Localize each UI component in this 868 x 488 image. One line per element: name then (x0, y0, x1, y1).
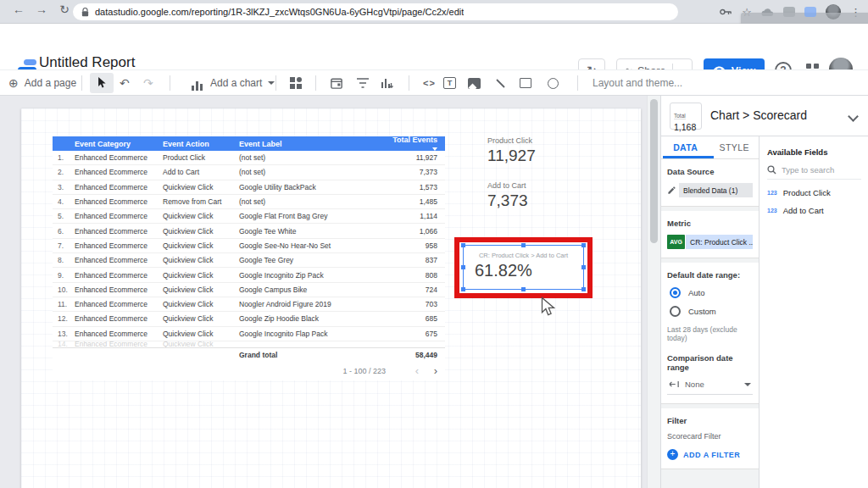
scrollbar-thumb[interactable] (650, 99, 658, 243)
table-body: 1. Enhanced Ecommerce Product Click (not… (53, 151, 445, 341)
back-icon[interactable]: ← (10, 3, 27, 16)
table-row-clipped: 14. Enhanced Ecommerce Quickview Click (53, 341, 445, 347)
table-header-row[interactable]: Event Category Event Action Event Label … (53, 136, 445, 151)
table-row[interactable]: 12. Enhanced Ecommerce Quickview Click G… (53, 312, 445, 326)
community-widgets-button[interactable] (290, 70, 302, 96)
embed-button[interactable]: <> (423, 70, 436, 96)
reload-icon[interactable]: ↻ (56, 3, 73, 16)
metric-chip[interactable]: CR: Product Click ... (686, 235, 753, 249)
extension-icon[interactable] (804, 7, 816, 17)
table-row[interactable]: 4. Enhanced Ecommerce Remove from Cart (… (53, 195, 445, 209)
column-header[interactable]: Event Action (163, 140, 239, 148)
divider (577, 75, 578, 91)
add-chart-button[interactable]: Add a chart (192, 70, 275, 96)
tab-style[interactable]: STYLE (710, 136, 760, 158)
comparison-caret-icon[interactable] (744, 383, 751, 386)
redo-icon: ↷ (143, 76, 153, 90)
forward-icon[interactable]: → (33, 3, 50, 16)
filter-label: Filter (667, 416, 753, 425)
table-row[interactable]: 9. Enhanced Ecommerce Quickview Click Go… (53, 268, 445, 282)
text-box-button[interactable]: T (443, 70, 456, 96)
page-next-icon[interactable]: › (426, 364, 445, 377)
properties-panel: Total 1,168 Chart > Scorecard DATA STYLE… (660, 96, 868, 488)
column-header[interactable]: Event Label (239, 140, 386, 148)
chart-type-breadcrumb[interactable]: Chart > Scorecard (710, 108, 807, 122)
table-row[interactable]: 8. Enhanced Ecommerce Quickview Click Go… (53, 253, 445, 268)
report-page[interactable]: Event Category Event Action Event Label … (21, 108, 641, 488)
resize-handle[interactable] (461, 265, 465, 269)
date-range-section: Default date range: Auto Custom Last 28 … (661, 263, 759, 404)
table-row[interactable]: 6. Enhanced Ecommerce Quickview Click Go… (53, 224, 445, 238)
radio-auto[interactable]: Auto (670, 287, 753, 298)
resize-handle[interactable] (581, 265, 586, 269)
cursor-icon (97, 77, 106, 89)
canvas-scrollbar[interactable] (647, 96, 660, 488)
fields-list: 123 Product Click 123 Add to Cart (760, 188, 868, 215)
metric-section: Metric AVG CR: Product Click ... (661, 211, 759, 258)
date-range-control-button[interactable] (331, 70, 342, 96)
radio-custom[interactable]: Custom (670, 306, 753, 317)
layout-theme-button[interactable]: Layout and theme... (593, 70, 682, 96)
table-row[interactable]: 3. Enhanced Ecommerce Quickview Click Go… (53, 180, 445, 195)
table-row[interactable]: 13. Enhanced Ecommerce Quickview Click G… (53, 327, 445, 341)
key-icon[interactable] (720, 8, 732, 16)
line-tool-button[interactable] (495, 70, 506, 96)
scorecard-value: 7,373 (487, 191, 528, 210)
table-row[interactable]: 11. Enhanced Ecommerce Quickview Click N… (53, 297, 445, 312)
chart-preview-thumbnail[interactable]: Total 1,168 (670, 103, 702, 130)
table-row[interactable]: 1. Enhanced Ecommerce Product Click (not… (53, 151, 445, 165)
events-table[interactable]: Event Category Event Action Event Label … (53, 136, 445, 380)
undo-button[interactable]: ↶ (120, 70, 130, 96)
add-page-button[interactable]: ⊕ Add a page (8, 70, 76, 96)
scorecard-add-to-cart[interactable]: Add to Cart 7,373 (487, 181, 528, 210)
url-text: datastudio.google.com/reporting/1R-3lKZJ… (95, 7, 464, 17)
filter-control-button[interactable] (357, 70, 369, 96)
table-row[interactable]: 7. Enhanced Ecommerce Quickview Click Go… (53, 239, 445, 253)
app-header: Untitled Report FileEditingViewInsertPag… (0, 24, 868, 69)
resize-handle[interactable] (581, 287, 586, 291)
scorecard-product-click[interactable]: Product Click 11,927 (487, 136, 536, 165)
data-control-icon (381, 77, 393, 89)
radio-selected-icon[interactable] (670, 287, 681, 298)
pencil-icon[interactable] (667, 186, 676, 195)
filter-section: Filter Scorecard Filter + ADD A FILTER (661, 408, 759, 469)
field-item[interactable]: 123 Add to Cart (767, 206, 868, 215)
select-tool-button[interactable] (90, 73, 114, 93)
insert-image-button[interactable] (468, 70, 481, 96)
url-bar[interactable]: datastudio.google.com/reporting/1R-3lKZJ… (73, 3, 678, 20)
rectangle-tool-button[interactable] (520, 70, 531, 96)
search-input[interactable] (782, 165, 849, 175)
resize-handle[interactable] (521, 287, 526, 291)
comparison-dropdown[interactable]: None (667, 380, 753, 395)
resize-handle[interactable] (461, 287, 465, 291)
add-chart-dropdown-icon[interactable] (268, 81, 275, 85)
table-row[interactable]: 10. Enhanced Ecommerce Quickview Click G… (53, 283, 445, 297)
field-search[interactable] (767, 165, 861, 180)
table-row[interactable]: 5. Enhanced Ecommerce Quickview Click Go… (53, 209, 445, 224)
aggregation-badge[interactable]: AVG (667, 235, 685, 249)
redo-button[interactable]: ↷ (143, 70, 153, 96)
available-fields-column: Available Fields 123 Product Click 123 (760, 136, 868, 488)
page-prev-icon[interactable]: ‹ (408, 364, 426, 377)
scorecard-label: Add to Cart (487, 181, 528, 190)
table-row[interactable]: 2. Enhanced Ecommerce Add to Cart (not s… (53, 165, 445, 180)
column-header-sorted[interactable]: Total Events (386, 136, 445, 152)
resize-handle[interactable] (521, 243, 526, 247)
divider (170, 75, 170, 91)
report-title[interactable]: Untitled Report (39, 54, 135, 71)
data-control-button[interactable] (381, 70, 393, 96)
add-filter-button[interactable]: + ADD A FILTER (667, 449, 753, 460)
chevron-down-icon[interactable] (848, 111, 859, 122)
circle-tool-button[interactable] (548, 70, 559, 96)
scorecard-cr-selected[interactable]: CR: Product Click > Add to Cart 61.82% (463, 245, 584, 290)
resize-handle[interactable] (581, 243, 586, 247)
field-item[interactable]: 123 Product Click (767, 188, 868, 197)
column-header[interactable]: Event Category (75, 140, 163, 148)
resize-handle[interactable] (461, 243, 465, 247)
data-source-chip[interactable]: Blended Data (1) (679, 183, 753, 197)
canvas[interactable]: Event Category Event Action Event Label … (0, 96, 647, 488)
preview-value: 1,168 (674, 122, 701, 132)
radio-unselected-icon[interactable] (670, 306, 681, 317)
filter-sub-label: Scorecard Filter (667, 432, 753, 441)
filter-icon (357, 78, 369, 88)
